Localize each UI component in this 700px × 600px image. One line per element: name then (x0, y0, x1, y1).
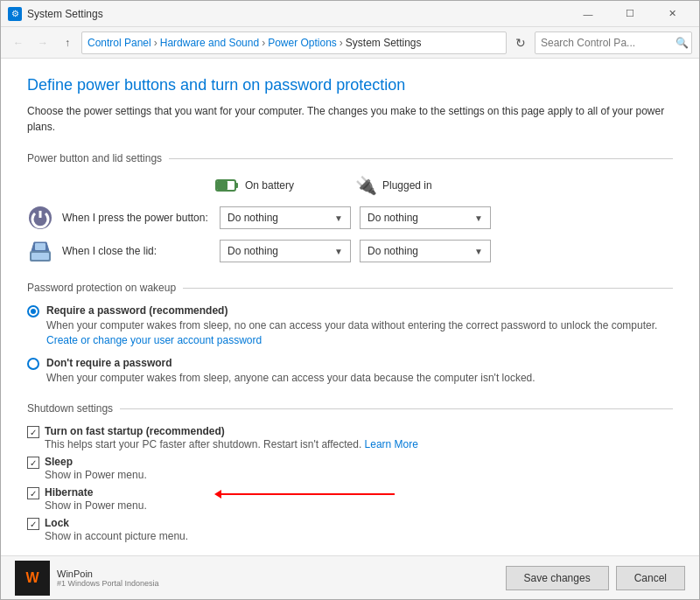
search-box[interactable]: 🔍 (535, 31, 692, 54)
arrow-head (214, 490, 221, 499)
plugged-col-label: Plugged in (382, 179, 432, 192)
breadcrumb: Control Panel › Hardware and Sound › Pow… (81, 31, 507, 54)
power-battery-value: Do nothing (228, 212, 278, 224)
no-password-label: Don't require a password (46, 357, 673, 369)
window-controls: — ☐ ✕ (568, 1, 692, 27)
fast-startup-item: Turn on fast startup (recommended) This … (27, 425, 673, 450)
breadcrumb-cp[interactable]: Control Panel (88, 37, 151, 49)
lid-icon (27, 238, 53, 264)
page-description: Choose the power settings that you want … (27, 103, 673, 135)
lid-plugged-arrow: ▼ (474, 247, 483, 256)
lid-plugged-dropdown[interactable]: Do nothing ▼ (360, 240, 491, 262)
minimize-button[interactable]: — (568, 1, 608, 27)
create-password-link[interactable]: Create or change your user account passw… (46, 334, 262, 346)
sleep-desc: Show in Power menu. (45, 469, 147, 481)
sleep-checkbox[interactable] (27, 457, 39, 469)
hibernate-item: Hibernate Show in Power menu. (27, 486, 673, 512)
power-plugged-value: Do nothing (368, 212, 418, 224)
action-buttons: Save changes Cancel (506, 566, 685, 590)
lid-battery-dropdown[interactable]: Do nothing ▼ (220, 240, 351, 262)
refresh-button[interactable]: ↻ (510, 32, 531, 53)
cancel-button[interactable]: Cancel (616, 566, 685, 590)
no-password-desc: When your computer wakes from sleep, any… (46, 371, 673, 386)
hibernate-desc: Show in Power menu. (45, 499, 147, 512)
search-icon: 🔍 (676, 37, 689, 49)
hibernate-label: Hibernate (45, 486, 147, 499)
window-title: System Settings (27, 8, 568, 20)
red-arrow-line (220, 493, 395, 495)
column-headers: On battery 🔌 Plugged in (27, 175, 673, 196)
sleep-item: Sleep Show in Power menu. (27, 456, 673, 481)
power-button-header: Power button and lid settings (27, 152, 673, 164)
password-section: Password protection on wakeup Require a … (27, 282, 673, 385)
fast-startup-desc: This helps start your PC faster after sh… (45, 438, 418, 450)
lid-battery-arrow: ▼ (334, 247, 343, 256)
svg-rect-1 (235, 183, 238, 188)
lock-label: Lock (45, 517, 188, 529)
up-button[interactable]: ↑ (57, 32, 78, 53)
lid-battery-value: Do nothing (228, 245, 278, 257)
shutdown-header: Shutdown settings (27, 402, 673, 415)
bottom-bar: W WinPoin #1 Windows Portal Indonesia Sa… (1, 555, 699, 599)
plugged-col-header: 🔌 Plugged in (355, 175, 495, 196)
no-password-radio[interactable] (27, 358, 39, 370)
shutdown-section: Shutdown settings Turn on fast startup (… (27, 402, 673, 542)
require-password-text: Require a password (recommended) When yo… (46, 304, 673, 348)
breadcrumb-current: System Settings (346, 37, 422, 49)
fast-startup-checkbox[interactable] (27, 426, 39, 438)
no-password-item: Don't require a password When your compu… (27, 357, 673, 386)
password-header: Password protection on wakeup (27, 282, 673, 294)
svg-rect-2 (217, 181, 228, 190)
power-button-row: When I press the power button: Do nothin… (27, 205, 673, 231)
svg-rect-7 (35, 243, 46, 250)
power-button-label: When I press the power button: (62, 212, 220, 224)
battery-col-label: On battery (245, 179, 294, 192)
power-battery-dropdown[interactable]: Do nothing ▼ (220, 206, 351, 229)
require-password-label: Require a password (recommended) (46, 304, 673, 317)
require-password-radio[interactable] (27, 305, 39, 317)
svg-rect-6 (32, 253, 49, 260)
red-arrow-indicator (220, 493, 395, 495)
forward-button[interactable]: → (32, 32, 53, 53)
power-battery-arrow: ▼ (334, 213, 343, 223)
power-button-section: Power button and lid settings On battery… (27, 152, 673, 264)
breadcrumb-has[interactable]: Hardware and Sound (160, 37, 259, 49)
lock-checkbox[interactable] (27, 518, 39, 530)
maximize-button[interactable]: ☐ (610, 1, 650, 27)
save-button[interactable]: Save changes (506, 566, 609, 590)
plug-icon: 🔌 (355, 175, 377, 196)
main-content: Define power buttons and turn on passwor… (1, 59, 699, 555)
power-button-icon (27, 205, 53, 231)
lid-label: When I close the lid: (62, 245, 220, 257)
require-password-desc: When your computer wakes from sleep, no … (46, 318, 673, 348)
main-window: ⚙ System Settings — ☐ ✕ ← → ↑ Control Pa… (0, 0, 700, 600)
lid-row: When I close the lid: Do nothing ▼ Do no… (27, 238, 673, 264)
logo-sub: #1 Windows Portal Indonesia (57, 579, 159, 588)
battery-icon (215, 178, 240, 193)
battery-col-header: On battery (215, 178, 355, 193)
logo-text: WinPoin (57, 569, 159, 579)
window-icon: ⚙ (8, 7, 22, 21)
power-plugged-dropdown[interactable]: Do nothing ▼ (360, 206, 491, 229)
address-bar: ← → ↑ Control Panel › Hardware and Sound… (1, 27, 699, 59)
hibernate-checkbox[interactable] (27, 487, 39, 499)
lock-item: Lock Show in account picture menu. (27, 517, 673, 542)
lock-desc: Show in account picture menu. (45, 530, 188, 542)
title-bar: ⚙ System Settings — ☐ ✕ (1, 1, 699, 27)
lid-plugged-value: Do nothing (368, 245, 418, 257)
close-button[interactable]: ✕ (652, 1, 692, 27)
fast-startup-label: Turn on fast startup (recommended) (45, 425, 418, 437)
learn-more-link[interactable]: Learn More (365, 438, 418, 450)
search-input[interactable] (541, 37, 672, 49)
logo-box: W (15, 561, 50, 596)
logo-area: W WinPoin #1 Windows Portal Indonesia (15, 561, 159, 596)
sleep-label: Sleep (45, 456, 147, 468)
back-button[interactable]: ← (8, 32, 29, 53)
no-password-text: Don't require a password When your compu… (46, 357, 673, 386)
page-title: Define power buttons and turn on passwor… (27, 76, 673, 94)
power-plugged-arrow: ▼ (474, 213, 483, 223)
breadcrumb-po[interactable]: Power Options (268, 37, 337, 49)
require-password-item: Require a password (recommended) When yo… (27, 304, 673, 348)
